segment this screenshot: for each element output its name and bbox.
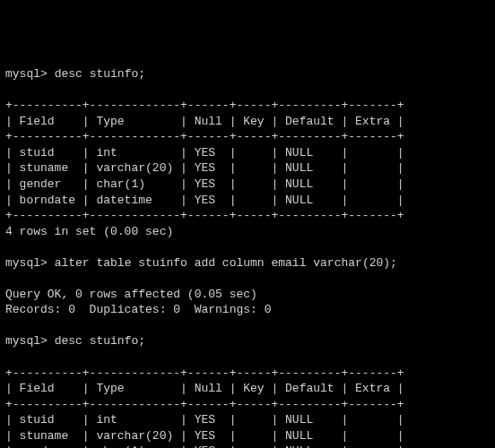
table2-row: | gender | char(1) | YES | | NULL | | [5, 444, 404, 448]
command-line-3[interactable]: mysql> desc stuinfo; [5, 333, 490, 349]
mysql-prompt: mysql> [5, 67, 48, 81]
mysql-prompt: mysql> [5, 256, 48, 270]
table2-row: | stuname | varchar(20) | YES | | NULL |… [5, 429, 404, 443]
alter-result-1: Query OK, 0 rows affected (0.05 sec) [5, 288, 257, 301]
status-rows-1: 4 rows in set (0.00 sec) [5, 225, 173, 238]
alter-result-2: Records: 0 Duplicates: 0 Warnings: 0 [5, 303, 271, 316]
table2-border-top: +----------+-------------+------+-----+-… [5, 366, 404, 380]
table1-border-top: +----------+-------------+------+-----+-… [5, 99, 404, 112]
table2-header: | Field | Type | Null | Key | Default | … [5, 382, 404, 395]
table1-border-mid: +----------+-------------+------+-----+-… [5, 130, 404, 143]
command-line-1[interactable]: mysql> desc stuinfo; [5, 66, 490, 82]
desc-command-1: desc stuinfo; [55, 67, 145, 81]
table1-row: | borndate | datetime | YES | | NULL | | [5, 194, 404, 207]
table1-row: | stuname | varchar(20) | YES | | NULL |… [5, 161, 404, 175]
table2-border-mid: +----------+-------------+------+-----+-… [5, 398, 404, 411]
table1-header: | Field | Type | Null | Key | Default | … [5, 115, 404, 128]
alter-command: alter table stuinfo add column email var… [55, 256, 397, 270]
table1-border-bottom: +----------+-------------+------+-----+-… [5, 209, 404, 222]
desc-command-2: desc stuinfo; [55, 334, 145, 348]
command-line-2[interactable]: mysql> alter table stuinfo add column em… [5, 255, 490, 271]
table1-row: | stuid | int | YES | | NULL | | [5, 146, 404, 159]
table2-row: | stuid | int | YES | | NULL | | [5, 413, 404, 426]
mysql-prompt: mysql> [5, 334, 48, 348]
table1-row: | gender | char(1) | YES | | NULL | | [5, 177, 404, 191]
